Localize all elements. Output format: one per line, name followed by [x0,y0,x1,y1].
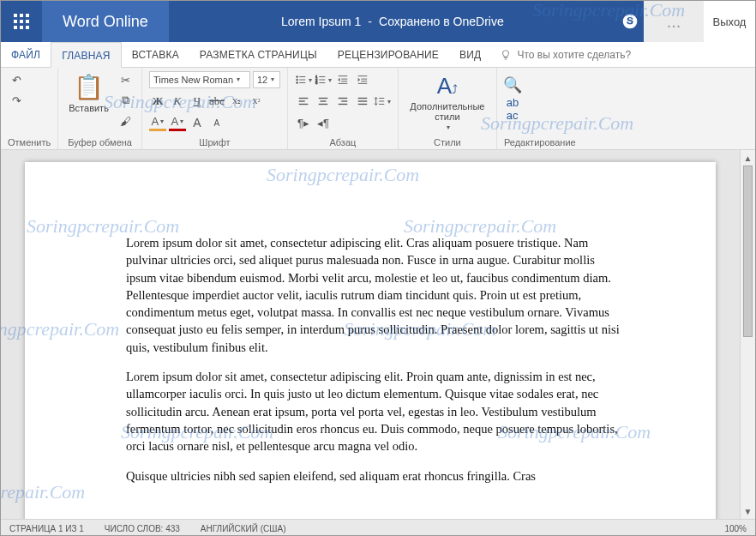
svg-rect-3 [14,20,17,23]
increase-indent-button[interactable] [354,71,371,88]
group-paragraph: 123 ¶▸ ◂¶ Абзац [288,68,399,149]
status-page[interactable]: СТРАНИЦА 1 ИЗ 1 [9,524,84,533]
tab-home[interactable]: ГЛАВНАЯ [51,42,121,68]
svg-rect-6 [14,26,17,29]
shrink-font-button[interactable]: A [208,114,225,131]
svg-point-10 [297,76,298,78]
decrease-indent-button[interactable] [334,71,351,88]
clipboard-icon: 📋 [74,73,104,101]
title-separator: - [368,15,372,28]
waffle-icon [14,14,29,29]
align-center-button[interactable] [315,93,332,110]
undo-button[interactable]: ↶ [8,71,25,88]
user-menu-dots: ... [667,12,681,32]
cut-button[interactable]: ✂ [117,71,135,88]
group-paragraph-label: Абзац [295,136,391,148]
ribbon-tabs: ФАЙЛ ГЛАВНАЯ ВСТАВКА РАЗМЕТКА СТРАНИЦЫ Р… [1,42,755,68]
superscript-button[interactable]: X² [248,93,265,110]
subscript-button[interactable]: X₂ [228,93,245,110]
scroll-down-arrow[interactable]: ▼ [741,503,755,519]
save-status: Сохранено в OneDrive [379,15,504,28]
redo-button[interactable]: ↷ [8,92,25,109]
highlight-color-button[interactable]: A [149,114,166,131]
svg-point-14 [297,82,298,84]
group-font-label: Шрифт [149,136,280,148]
align-left-button[interactable] [295,93,312,110]
tab-file[interactable]: ФАЙЛ [1,42,51,67]
copy-button[interactable]: ⧉ [117,92,135,109]
paragraph-2[interactable]: Lorem ipsum dolor sit amet, consectetur … [126,368,621,455]
paste-label: Вставить [69,103,109,113]
bullets-button[interactable] [295,71,312,88]
ribbon: ↶ ↷ Отменить 📋 Вставить ✂ ⧉ 🖌 Буфер обме… [1,68,755,150]
grow-font-button[interactable]: A [189,114,206,131]
group-clipboard-label: Буфер обмена [65,136,135,148]
document-scroll-area[interactable]: Lorem ipsum dolor sit amet, consectetur … [1,150,740,519]
vertical-scrollbar[interactable]: ▲ ▼ [740,150,755,519]
app-name[interactable]: Word Online [42,1,169,42]
lightbulb-icon [500,49,512,61]
format-painter-button[interactable]: 🖌 [117,112,135,129]
skype-button[interactable] [616,8,644,35]
group-styles: A⤴ Дополнительные стили Стили [399,68,497,149]
numbering-button[interactable]: 123 [315,71,332,88]
document-page[interactable]: Lorem ipsum dolor sit amet, consectetur … [25,162,716,519]
svg-text:3: 3 [315,81,318,85]
italic-button[interactable]: К [169,93,186,110]
tell-me-placeholder: Что вы хотите сделать? [517,49,631,61]
bold-button[interactable]: Ж [149,93,166,110]
styles-icon: A⤴ [437,73,458,99]
svg-rect-2 [26,14,29,17]
tab-insert[interactable]: ВСТАВКА [122,42,189,67]
font-size-select[interactable]: 12 [253,71,280,88]
rtl-button[interactable]: ◂¶ [315,114,332,131]
status-language[interactable]: АНГЛИЙСКИЙ (США) [201,524,286,533]
title-bar: Word Online Lorem Ipsum 1 - Сохранено в … [1,1,755,42]
document-title-area: Lorem Ipsum 1 - Сохранено в OneDrive [169,15,616,28]
status-word-count[interactable]: ЧИСЛО СЛОВ: 433 [105,524,180,533]
styles-label: Дополнительные стили [409,101,486,122]
svg-rect-8 [26,26,29,29]
group-undo: ↶ ↷ Отменить [1,68,58,149]
group-clipboard: 📋 Вставить ✂ ⧉ 🖌 Буфер обмена [58,68,142,149]
font-color-button[interactable]: A [169,114,186,131]
font-name-select[interactable]: Times New Roman [149,71,250,88]
group-styles-label: Стили [405,136,489,148]
ltr-button[interactable]: ¶▸ [295,114,312,131]
tab-review[interactable]: РЕЦЕНЗИРОВАНИЕ [327,42,449,67]
paragraph-3[interactable]: Quisque ultricies nibh sed sapien eleife… [126,467,621,483]
paragraph-1[interactable]: Lorem ipsum dolor sit amet, consectetur … [126,234,621,356]
svg-rect-4 [20,20,23,23]
line-spacing-button[interactable] [374,93,391,110]
tab-view[interactable]: ВИД [449,42,491,67]
user-area: ... Выход [644,1,755,42]
svg-rect-0 [14,14,17,17]
underline-button[interactable]: Ч [189,93,206,110]
scroll-thumb[interactable] [743,166,753,337]
find-button[interactable]: 🔍 [504,76,521,93]
group-font: Times New Roman 12 Ж К Ч abc X₂ X² A A A… [142,68,288,149]
app-launcher-button[interactable] [1,1,42,42]
group-undo-label: Отменить [8,136,51,148]
svg-point-9 [623,15,638,29]
justify-button[interactable] [354,93,371,110]
svg-rect-5 [26,20,29,23]
skype-icon [621,13,639,30]
scroll-up-arrow[interactable]: ▲ [741,150,755,166]
styles-gallery-button[interactable]: A⤴ Дополнительные стили [405,71,489,133]
tell-me-search[interactable]: Что вы хотите сделать? [491,42,639,67]
svg-point-12 [297,79,298,81]
status-zoom[interactable]: 100% [724,524,747,533]
svg-rect-1 [20,14,23,17]
scroll-track[interactable] [741,166,755,503]
tab-layout[interactable]: РАЗМЕТКА СТРАНИЦЫ [189,42,327,67]
strikethrough-button[interactable]: abc [208,93,225,110]
user-avatar[interactable]: ... [644,1,704,42]
document-title[interactable]: Lorem Ipsum 1 [281,15,361,28]
signout-button[interactable]: Выход [704,1,755,42]
group-editing: 🔍 abac Редактирование [497,68,583,149]
status-bar: СТРАНИЦА 1 ИЗ 1 ЧИСЛО СЛОВ: 433 АНГЛИЙСК… [1,519,755,536]
replace-button[interactable]: abac [504,100,521,117]
paste-button[interactable]: 📋 Вставить [65,71,112,115]
align-right-button[interactable] [334,93,351,110]
